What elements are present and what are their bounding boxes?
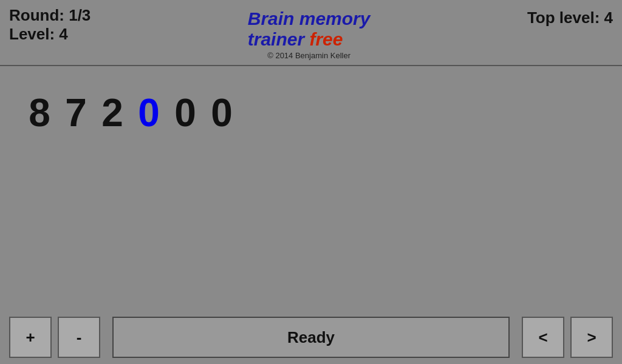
digit-3: 2 — [97, 90, 128, 135]
ready-button[interactable]: Ready — [112, 317, 510, 358]
digit-4-highlight: 0 — [134, 90, 164, 135]
forward-button[interactable]: > — [570, 317, 613, 358]
minus-button[interactable]: - — [58, 317, 100, 358]
app-title: Brain memorytrainer free — [248, 8, 371, 50]
round-label: Round: 1/3 — [9, 6, 91, 25]
bottom-bar: + - Ready < > — [0, 311, 622, 364]
level-label: Level: 4 — [9, 25, 91, 44]
digit-2: 7 — [61, 90, 91, 135]
title-main: Brain memorytrainer free — [248, 8, 371, 49]
header-center: Brain memorytrainer free © 2014 Benjamin… — [248, 8, 371, 60]
plus-button[interactable]: + — [9, 317, 52, 358]
main-content: 8 7 2 0 0 0 — [0, 66, 622, 153]
title-free: free — [309, 29, 343, 49]
back-button[interactable]: < — [522, 317, 564, 358]
header-left: Round: 1/3 Level: 4 — [9, 6, 91, 44]
top-level-label: Top level: 4 — [527, 8, 613, 27]
header: Round: 1/3 Level: 4 Brain memorytrainer … — [0, 0, 622, 66]
digit-1: 8 — [24, 90, 55, 135]
digit-6: 0 — [207, 90, 237, 135]
digit-5: 0 — [170, 90, 200, 135]
number-sequence: 8 7 2 0 0 0 — [24, 90, 598, 135]
copyright-text: © 2014 Benjamin Keller — [267, 51, 350, 60]
